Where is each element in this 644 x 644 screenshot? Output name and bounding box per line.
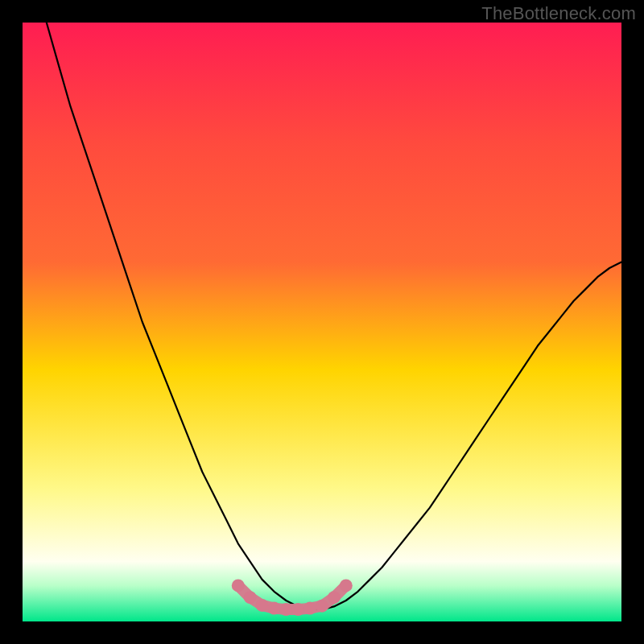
chart-stage: TheBottleneck.com	[0, 0, 644, 644]
chart-svg	[23, 23, 621, 621]
watermark-text: TheBottleneck.com	[481, 3, 636, 24]
marker-dot	[340, 579, 353, 592]
marker-dot	[316, 600, 328, 613]
marker-dot	[232, 579, 245, 592]
marker-dot	[328, 591, 341, 604]
gradient-background	[23, 23, 621, 621]
marker-dot	[279, 603, 292, 616]
marker-dot	[256, 599, 269, 612]
marker-dot	[291, 603, 304, 616]
plot-area	[23, 23, 621, 621]
marker-dot	[268, 602, 281, 615]
marker-dot	[244, 591, 257, 604]
marker-dot	[303, 602, 316, 615]
